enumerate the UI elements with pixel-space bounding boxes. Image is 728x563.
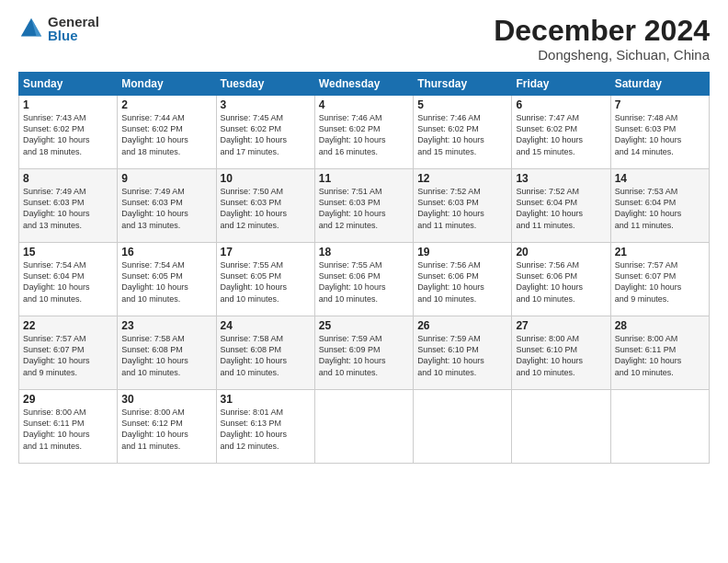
- day-number: 6: [516, 98, 606, 111]
- table-row: 20Sunrise: 7:56 AM Sunset: 6:06 PM Dayli…: [512, 243, 610, 316]
- day-info: Sunrise: 7:49 AM Sunset: 6:03 PM Dayligh…: [121, 186, 211, 231]
- day-number: 10: [221, 172, 311, 185]
- col-thursday: Thursday: [414, 73, 512, 96]
- col-saturday: Saturday: [610, 73, 709, 96]
- day-number: 11: [319, 172, 409, 185]
- page: General Blue December 2024 Dongsheng, Si…: [0, 0, 728, 563]
- table-row: 31Sunrise: 8:01 AM Sunset: 6:13 PM Dayli…: [216, 390, 314, 464]
- day-info: Sunrise: 8:00 AM Sunset: 6:12 PM Dayligh…: [121, 407, 211, 452]
- day-info: Sunrise: 7:55 AM Sunset: 6:06 PM Dayligh…: [319, 259, 409, 304]
- day-number: 18: [319, 246, 409, 259]
- day-number: 7: [615, 98, 705, 111]
- day-number: 24: [221, 319, 311, 332]
- day-info: Sunrise: 7:58 AM Sunset: 6:08 PM Dayligh…: [121, 333, 211, 378]
- logo-text: General Blue: [48, 15, 99, 42]
- logo-icon: [18, 16, 44, 41]
- day-info: Sunrise: 7:58 AM Sunset: 6:08 PM Dayligh…: [221, 333, 311, 378]
- table-row: [314, 390, 413, 464]
- week-row-2: 8Sunrise: 7:49 AM Sunset: 6:03 PM Daylig…: [19, 169, 710, 243]
- header-row: Sunday Monday Tuesday Wednesday Thursday…: [19, 73, 710, 96]
- day-info: Sunrise: 7:54 AM Sunset: 6:05 PM Dayligh…: [121, 259, 211, 304]
- day-number: 5: [417, 98, 507, 111]
- day-number: 20: [516, 246, 606, 259]
- table-row: 14Sunrise: 7:53 AM Sunset: 6:04 PM Dayli…: [610, 169, 709, 243]
- day-info: Sunrise: 7:47 AM Sunset: 6:02 PM Dayligh…: [516, 112, 606, 157]
- day-number: 2: [121, 98, 211, 111]
- table-row: 7Sunrise: 7:48 AM Sunset: 6:03 PM Daylig…: [610, 96, 709, 169]
- week-row-4: 22Sunrise: 7:57 AM Sunset: 6:07 PM Dayli…: [19, 316, 710, 390]
- day-number: 4: [319, 98, 409, 111]
- day-info: Sunrise: 7:46 AM Sunset: 6:02 PM Dayligh…: [417, 112, 507, 157]
- table-row: 8Sunrise: 7:49 AM Sunset: 6:03 PM Daylig…: [19, 169, 118, 243]
- day-info: Sunrise: 8:01 AM Sunset: 6:13 PM Dayligh…: [221, 407, 311, 452]
- logo-general-text: General: [48, 15, 99, 29]
- table-row: [610, 390, 709, 464]
- day-info: Sunrise: 7:43 AM Sunset: 6:02 PM Dayligh…: [23, 112, 113, 157]
- table-row: 26Sunrise: 7:59 AM Sunset: 6:10 PM Dayli…: [414, 316, 512, 390]
- day-number: 31: [221, 393, 311, 406]
- table-row: 18Sunrise: 7:55 AM Sunset: 6:06 PM Dayli…: [314, 243, 413, 316]
- table-row: 28Sunrise: 8:00 AM Sunset: 6:11 PM Dayli…: [610, 316, 709, 390]
- day-number: 15: [23, 246, 113, 259]
- table-row: 19Sunrise: 7:56 AM Sunset: 6:06 PM Dayli…: [414, 243, 512, 316]
- table-row: 12Sunrise: 7:52 AM Sunset: 6:03 PM Dayli…: [414, 169, 512, 243]
- day-info: Sunrise: 8:00 AM Sunset: 6:11 PM Dayligh…: [615, 333, 705, 378]
- day-info: Sunrise: 7:54 AM Sunset: 6:04 PM Dayligh…: [23, 259, 113, 304]
- day-info: Sunrise: 7:57 AM Sunset: 6:07 PM Dayligh…: [23, 333, 113, 378]
- table-row: 10Sunrise: 7:50 AM Sunset: 6:03 PM Dayli…: [216, 169, 314, 243]
- table-row: 21Sunrise: 7:57 AM Sunset: 6:07 PM Dayli…: [610, 243, 709, 316]
- day-info: Sunrise: 7:46 AM Sunset: 6:02 PM Dayligh…: [319, 112, 409, 157]
- table-row: [512, 390, 610, 464]
- col-sunday: Sunday: [19, 73, 118, 96]
- table-row: 25Sunrise: 7:59 AM Sunset: 6:09 PM Dayli…: [314, 316, 413, 390]
- table-row: 2Sunrise: 7:44 AM Sunset: 6:02 PM Daylig…: [118, 96, 216, 169]
- day-number: 26: [417, 319, 507, 332]
- day-number: 23: [121, 319, 211, 332]
- day-info: Sunrise: 7:56 AM Sunset: 6:06 PM Dayligh…: [516, 259, 606, 304]
- week-row-1: 1Sunrise: 7:43 AM Sunset: 6:02 PM Daylig…: [19, 96, 710, 169]
- day-number: 13: [516, 172, 606, 185]
- day-number: 3: [221, 98, 311, 111]
- col-monday: Monday: [118, 73, 216, 96]
- day-info: Sunrise: 7:48 AM Sunset: 6:03 PM Dayligh…: [615, 112, 705, 157]
- day-number: 12: [417, 172, 507, 185]
- table-row: 22Sunrise: 7:57 AM Sunset: 6:07 PM Dayli…: [19, 316, 118, 390]
- table-row: 16Sunrise: 7:54 AM Sunset: 6:05 PM Dayli…: [118, 243, 216, 316]
- day-info: Sunrise: 7:56 AM Sunset: 6:06 PM Dayligh…: [417, 259, 507, 304]
- day-info: Sunrise: 7:55 AM Sunset: 6:05 PM Dayligh…: [221, 259, 311, 304]
- col-wednesday: Wednesday: [314, 73, 413, 96]
- day-number: 29: [23, 393, 113, 406]
- day-number: 16: [121, 246, 211, 259]
- day-info: Sunrise: 7:59 AM Sunset: 6:10 PM Dayligh…: [417, 333, 507, 378]
- day-info: Sunrise: 8:00 AM Sunset: 6:10 PM Dayligh…: [516, 333, 606, 378]
- table-row: 11Sunrise: 7:51 AM Sunset: 6:03 PM Dayli…: [314, 169, 413, 243]
- calendar-table: Sunday Monday Tuesday Wednesday Thursday…: [18, 72, 710, 464]
- day-info: Sunrise: 7:45 AM Sunset: 6:02 PM Dayligh…: [221, 112, 311, 157]
- day-info: Sunrise: 7:51 AM Sunset: 6:03 PM Dayligh…: [319, 186, 409, 231]
- day-info: Sunrise: 7:53 AM Sunset: 6:04 PM Dayligh…: [615, 186, 705, 231]
- day-number: 21: [615, 246, 705, 259]
- table-row: 6Sunrise: 7:47 AM Sunset: 6:02 PM Daylig…: [512, 96, 610, 169]
- table-row: 3Sunrise: 7:45 AM Sunset: 6:02 PM Daylig…: [216, 96, 314, 169]
- table-row: 17Sunrise: 7:55 AM Sunset: 6:05 PM Dayli…: [216, 243, 314, 316]
- logo: General Blue: [18, 15, 99, 42]
- week-row-5: 29Sunrise: 8:00 AM Sunset: 6:11 PM Dayli…: [19, 390, 710, 464]
- table-row: [414, 390, 512, 464]
- day-number: 19: [417, 246, 507, 259]
- day-number: 17: [221, 246, 311, 259]
- week-row-3: 15Sunrise: 7:54 AM Sunset: 6:04 PM Dayli…: [19, 243, 710, 316]
- month-title: December 2024: [494, 15, 710, 47]
- day-info: Sunrise: 7:52 AM Sunset: 6:03 PM Dayligh…: [417, 186, 507, 231]
- logo-blue-text: Blue: [48, 29, 99, 42]
- header: General Blue December 2024 Dongsheng, Si…: [18, 15, 710, 63]
- table-row: 30Sunrise: 8:00 AM Sunset: 6:12 PM Dayli…: [118, 390, 216, 464]
- table-row: 4Sunrise: 7:46 AM Sunset: 6:02 PM Daylig…: [314, 96, 413, 169]
- table-row: 24Sunrise: 7:58 AM Sunset: 6:08 PM Dayli…: [216, 316, 314, 390]
- col-friday: Friday: [512, 73, 610, 96]
- day-number: 9: [121, 172, 211, 185]
- table-row: 29Sunrise: 8:00 AM Sunset: 6:11 PM Dayli…: [19, 390, 118, 464]
- table-row: 23Sunrise: 7:58 AM Sunset: 6:08 PM Dayli…: [118, 316, 216, 390]
- table-row: 13Sunrise: 7:52 AM Sunset: 6:04 PM Dayli…: [512, 169, 610, 243]
- day-number: 28: [615, 319, 705, 332]
- table-row: 15Sunrise: 7:54 AM Sunset: 6:04 PM Dayli…: [19, 243, 118, 316]
